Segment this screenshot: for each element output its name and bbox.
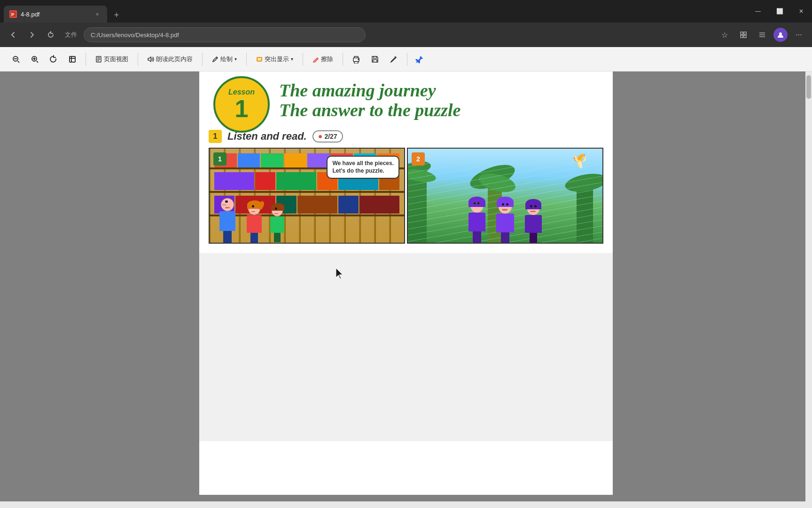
tab-close-button[interactable]: × [93,10,102,18]
refresh-button[interactable] [43,27,58,42]
separator-2 [138,53,138,66]
pdf-content: Lesson 1 The amazing journey The answer … [0,71,812,508]
favorites-bar-button[interactable] [736,27,751,42]
pdf-toolbar: 页面视图 朗读此页内容 绘制 ▾ 突出显示 ▾ 擦除 [0,47,812,71]
comic-panels: 1 [209,148,603,244]
svg-rect-15 [373,60,377,62]
file-label: 文件 [62,30,80,40]
tab-favicon: P [9,10,17,18]
separator-3 [202,53,203,66]
title-bar: P 4-8.pdf × + — ⬜ ✕ [0,0,812,23]
svg-rect-4 [741,35,743,38]
settings-button[interactable]: ··· [791,27,806,42]
separator-7 [407,53,407,66]
collection-button[interactable] [755,27,770,42]
minimize-button[interactable]: — [747,0,769,23]
read-aloud-label: 朗读此页内容 [156,55,193,64]
draw-label: 绘制 [220,55,233,64]
lesson-circle: Lesson 1 [213,76,270,133]
forward-button[interactable] [24,27,39,42]
svg-rect-5 [744,35,746,38]
draw-button[interactable]: 绘制 ▾ [207,51,242,68]
svg-point-13 [358,59,359,60]
panel-2: 2 [407,148,603,244]
svg-rect-14 [374,56,376,58]
address-bar: 文件 C:/Users/lenovo/Desktop/4-8.pdf ☆ ··· [0,23,812,47]
speech-line2: Let's do the puzzle. [332,167,384,174]
activity-number: 1 [209,130,222,143]
tab-area: P 4-8.pdf × + [0,0,124,23]
erase-label: 擦除 [321,55,333,64]
separator-4 [246,53,247,66]
back-button[interactable] [6,27,21,42]
zoom-in-button[interactable] [26,51,43,68]
svg-rect-2 [741,32,743,34]
highlight-button[interactable]: 突出显示 ▾ [251,51,298,68]
highlight-chevron[interactable]: ▾ [291,56,293,62]
active-tab[interactable]: P 4-8.pdf × [4,6,107,23]
edit-button[interactable] [385,51,402,68]
scrollbar-thumb[interactable] [806,75,811,99]
audio-badge[interactable]: ● 2/27 [312,130,343,143]
separator-6 [343,53,343,66]
url-text: C:/Users/lenovo/Desktop/4-8.pdf [91,32,179,39]
svg-rect-11 [257,57,262,61]
speech-line1: We have all the pieces. [332,160,394,167]
save-button[interactable] [367,51,383,68]
page-view-button[interactable]: 页面视图 [91,51,133,68]
rotate-button[interactable] [45,51,62,68]
pdf-viewer: Lesson 1 The amazing journey The answer … [0,71,812,508]
separator-1 [86,53,86,66]
lesson-number: 1 [235,96,249,121]
audio-track: 2/27 [324,133,337,140]
activity-section: 1 Listen and read. ● 2/27 [199,125,613,148]
svg-rect-3 [744,32,746,34]
zoom-out-button[interactable] [8,51,24,68]
highlight-label: 突出显示 [265,55,289,64]
profile-button[interactable] [773,28,788,42]
pdf-page: Lesson 1 The amazing journey The answer … [199,71,613,495]
favorites-button[interactable]: ☆ [717,27,732,42]
tab-label: 4-8.pdf [21,11,39,18]
print-button[interactable] [348,51,365,68]
close-window-button[interactable]: ✕ [790,0,812,23]
title-line1: The amazing journey [279,81,603,101]
audio-icon: ● [318,132,323,141]
page-view-label: 页面视图 [104,55,128,64]
read-aloud-button[interactable]: 朗读此页内容 [143,51,197,68]
address-display[interactable]: C:/Users/lenovo/Desktop/4-8.pdf [84,27,366,42]
maximize-button[interactable]: ⬜ [769,0,790,23]
erase-button[interactable]: 擦除 [308,51,338,68]
pin-button[interactable] [412,52,427,67]
panel-2-number: 2 [412,152,425,166]
window-controls: — ⬜ ✕ [747,0,812,23]
svg-rect-9 [70,56,75,62]
fit-page-button[interactable] [64,51,81,68]
vertical-scrollbar[interactable] [805,71,812,508]
panel-1-number: 1 [213,152,226,166]
new-tab-button[interactable]: + [109,8,124,23]
panel-1: 1 [209,148,405,244]
svg-text:P: P [11,12,14,17]
horizontal-scrollbar[interactable] [0,501,805,508]
draw-chevron[interactable]: ▾ [234,56,237,62]
separator-5 [303,53,303,66]
title-line2: The answer to the puzzle [279,101,603,120]
